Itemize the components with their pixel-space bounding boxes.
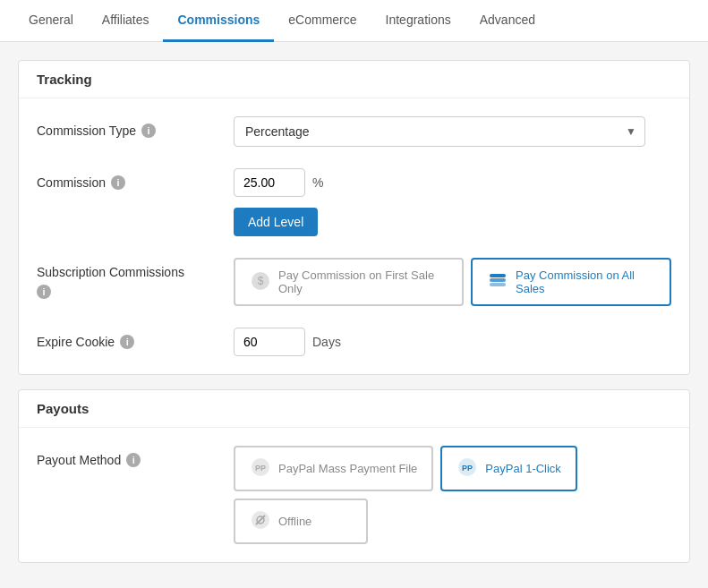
tab-commissions[interactable]: Commissions: [163, 0, 274, 42]
commission-type-row: Commission Type i Percentage Flat Rate ▼: [37, 116, 671, 147]
tab-integrations[interactable]: Integrations: [371, 0, 465, 42]
paypal-1click-icon: PP: [456, 456, 478, 481]
payouts-header: Payouts: [19, 390, 689, 428]
commission-info-icon[interactable]: i: [111, 175, 125, 190]
svg-rect-2: [490, 283, 506, 286]
payout-option-paypal-1click[interactable]: PP PayPal 1-Click: [440, 446, 577, 491]
commission-label: Commission i: [37, 168, 234, 190]
svg-rect-4: [490, 274, 506, 277]
expire-cookie-info-icon[interactable]: i: [120, 335, 134, 349]
stack-blue-icon: [487, 270, 508, 294]
commission-input[interactable]: [234, 168, 305, 197]
expire-cookie-control: Days: [234, 328, 671, 356]
add-level-button[interactable]: Add Level: [234, 208, 318, 236]
offline-label: Offline: [278, 515, 311, 528]
expire-cookie-label: Expire Cookie i: [37, 328, 234, 349]
subscription-options-group: $ Pay Commission on First Sale Only: [234, 258, 671, 306]
expire-cookie-unit: Days: [312, 335, 341, 349]
payout-options-group: PP PayPal Mass Payment File: [234, 446, 671, 544]
svg-text:$: $: [258, 275, 264, 287]
svg-rect-3: [490, 278, 506, 282]
payout-method-row: Payout Method i PP: [37, 446, 671, 544]
expire-cookie-row: Expire Cookie i Days: [37, 328, 671, 356]
commission-type-control: Percentage Flat Rate ▼: [234, 116, 671, 147]
tab-affiliates[interactable]: Affiliates: [88, 0, 164, 42]
payouts-body: Payout Method i PP: [19, 428, 689, 562]
offline-icon: [250, 509, 271, 533]
subscription-option-all-sales[interactable]: Pay Commission on All Sales: [471, 258, 671, 306]
commission-input-row: %: [234, 168, 671, 197]
payout-method-label: Payout Method i: [37, 446, 234, 467]
tab-ecommerce[interactable]: eCommerce: [274, 0, 371, 42]
subscription-commissions-row: Subscription Commissions i $: [37, 258, 671, 306]
payout-method-control: PP PayPal Mass Payment File: [234, 446, 671, 544]
svg-text:PP: PP: [255, 464, 266, 473]
commission-control: % Add Level: [234, 168, 671, 236]
commission-type-select-wrapper: Percentage Flat Rate ▼: [234, 116, 645, 147]
tab-general[interactable]: General: [14, 0, 88, 42]
paypal-mass-icon: PP: [250, 456, 271, 481]
main-content: Tracking Commission Type i Percentage Fl…: [0, 42, 708, 588]
svg-text:PP: PP: [462, 464, 473, 473]
tabs-bar: General Affiliates Commissions eCommerce…: [0, 0, 708, 42]
commission-type-select[interactable]: Percentage Flat Rate: [234, 116, 645, 147]
paypal-mass-label: PayPal Mass Payment File: [278, 462, 417, 475]
subscription-commissions-info-icon[interactable]: i: [37, 285, 51, 299]
tracking-card: Tracking Commission Type i Percentage Fl…: [18, 60, 690, 375]
tracking-header: Tracking: [19, 61, 689, 98]
payouts-card: Payouts Payout Method i PP: [18, 389, 690, 563]
subscription-commissions-control: $ Pay Commission on First Sale Only: [234, 258, 671, 306]
subscription-option-first-sale[interactable]: $ Pay Commission on First Sale Only: [234, 258, 464, 306]
expire-cookie-input[interactable]: [234, 328, 305, 356]
commission-type-info-icon[interactable]: i: [141, 124, 156, 138]
commission-unit: %: [312, 175, 323, 190]
commission-row: Commission i % Add Level: [37, 168, 671, 236]
tab-advanced[interactable]: Advanced: [465, 0, 550, 42]
payout-method-info-icon[interactable]: i: [126, 453, 141, 467]
paypal-1click-label: PayPal 1-Click: [485, 462, 561, 475]
commission-type-label: Commission Type i: [37, 116, 234, 138]
subscription-commissions-label: Subscription Commissions i: [37, 258, 234, 299]
subscription-all-sales-label: Pay Commission on All Sales: [516, 268, 655, 295]
tracking-body: Commission Type i Percentage Flat Rate ▼: [19, 98, 689, 374]
dollar-grey-icon: $: [250, 270, 271, 294]
expire-cookie-input-row: Days: [234, 328, 671, 356]
payout-option-offline[interactable]: Offline: [234, 499, 368, 544]
payout-option-paypal-mass[interactable]: PP PayPal Mass Payment File: [234, 446, 433, 491]
subscription-first-sale-label: Pay Commission on First Sale Only: [278, 268, 448, 295]
